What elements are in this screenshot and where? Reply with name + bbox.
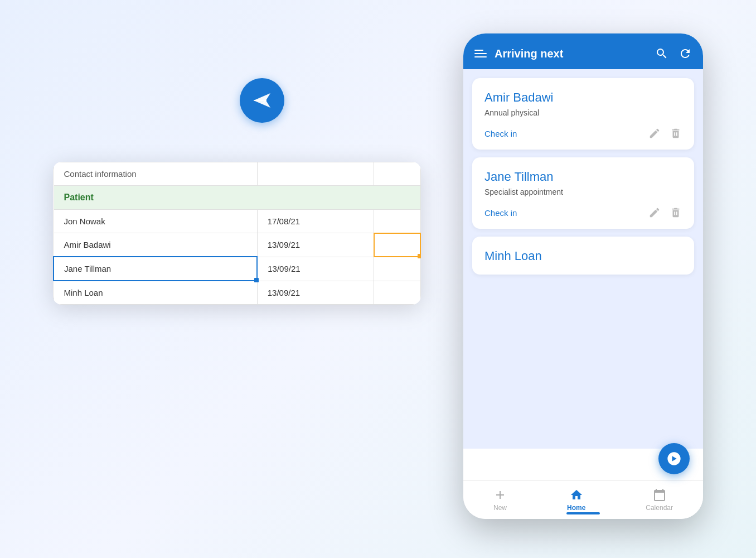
edit-icon-2[interactable] — [648, 206, 661, 219]
nav-item-home[interactable]: Home — [567, 488, 585, 512]
spreadsheet-header-row: Contact information — [54, 162, 420, 186]
header-col2 — [257, 162, 374, 186]
patient-extra-cell-selected[interactable] — [374, 233, 420, 257]
table-row[interactable]: Amir Badawi 13/09/21 — [54, 233, 420, 257]
nav-label-home: Home — [567, 504, 585, 512]
patient-extra-cell[interactable] — [374, 210, 420, 233]
spreadsheet-section-row: Patient — [54, 186, 420, 210]
patient-date-cell: 13/09/21 — [257, 281, 374, 305]
nav-item-new[interactable]: New — [493, 488, 507, 512]
action-icons-2 — [648, 206, 682, 219]
patient-name-1: Amir Badawi — [484, 90, 682, 105]
header-col3 — [374, 162, 420, 186]
phone-mockup: Arriving next Amir Badawi Annual physica… — [463, 33, 703, 519]
action-icons-1 — [648, 127, 682, 140]
home-icon — [570, 488, 583, 502]
nav-label-calendar: Calendar — [646, 504, 673, 512]
patient-card-2: Jane Tillman Specialist appointment Chec… — [472, 157, 694, 229]
phone-status-bar — [463, 33, 703, 38]
check-in-button-2[interactable]: Check in — [484, 208, 517, 218]
patient-appointment-1: Annual physical — [484, 108, 682, 117]
delete-icon-2[interactable] — [670, 206, 682, 219]
nav-label-new: New — [493, 504, 507, 512]
phone-body: Amir Badawi Annual physical Check in Jan… — [463, 69, 703, 449]
paper-plane-icon — [250, 89, 274, 112]
nav-item-calendar[interactable]: Calendar — [646, 488, 673, 512]
phone-header: Arriving next — [463, 38, 703, 69]
patient-extra-cell[interactable] — [374, 281, 420, 305]
table-row-selected[interactable]: Jane Tillman 13/09/21 — [54, 257, 420, 281]
home-indicator — [566, 512, 600, 514]
plus-icon — [493, 488, 507, 502]
patient-date-cell: 13/09/21 — [257, 257, 374, 281]
phone-title: Arriving next — [495, 47, 563, 60]
edit-icon-1[interactable] — [648, 127, 661, 140]
patient-appointment-2: Specialist appointment — [484, 187, 682, 196]
patient-date-cell: 17/08/21 — [257, 210, 374, 233]
patient-name-cell: Amir Badawi — [54, 233, 257, 257]
patient-actions-1: Check in — [484, 127, 682, 140]
table-row[interactable]: Jon Nowak 17/08/21 — [54, 210, 420, 233]
patient-card-3-partial: Minh Loan — [472, 237, 694, 275]
delete-icon-1[interactable] — [670, 127, 682, 140]
spreadsheet-card: Contact information Patient Jon Nowak 17… — [53, 162, 421, 305]
app-logo — [240, 78, 284, 123]
phone-header-left: Arriving next — [474, 47, 563, 60]
refresh-icon[interactable] — [679, 47, 692, 60]
section-label: Patient — [54, 186, 420, 210]
spreadsheet-table: Contact information Patient Jon Nowak 17… — [53, 162, 421, 305]
phone-header-icons — [655, 47, 692, 60]
check-in-button-1[interactable]: Check in — [484, 129, 517, 138]
patient-name-cell-selected[interactable]: Jane Tillman — [54, 257, 257, 281]
patient-date-cell: 13/09/21 — [257, 233, 374, 257]
fab-button[interactable] — [658, 443, 690, 449]
table-row[interactable]: Minh Loan 13/09/21 — [54, 281, 420, 305]
patient-name-cell: Minh Loan — [54, 281, 257, 305]
patient-name-2: Jane Tillman — [484, 170, 682, 184]
search-icon[interactable] — [655, 47, 668, 60]
patient-name-cell: Jon Nowak — [54, 210, 257, 233]
patient-name-3: Minh Loan — [484, 249, 682, 263]
patient-actions-2: Check in — [484, 206, 682, 219]
menu-icon[interactable] — [474, 50, 487, 57]
calendar-icon — [653, 488, 666, 502]
patient-card-1: Amir Badawi Annual physical Check in — [472, 78, 694, 150]
header-col1: Contact information — [54, 162, 257, 186]
patient-extra-cell[interactable] — [374, 257, 420, 281]
